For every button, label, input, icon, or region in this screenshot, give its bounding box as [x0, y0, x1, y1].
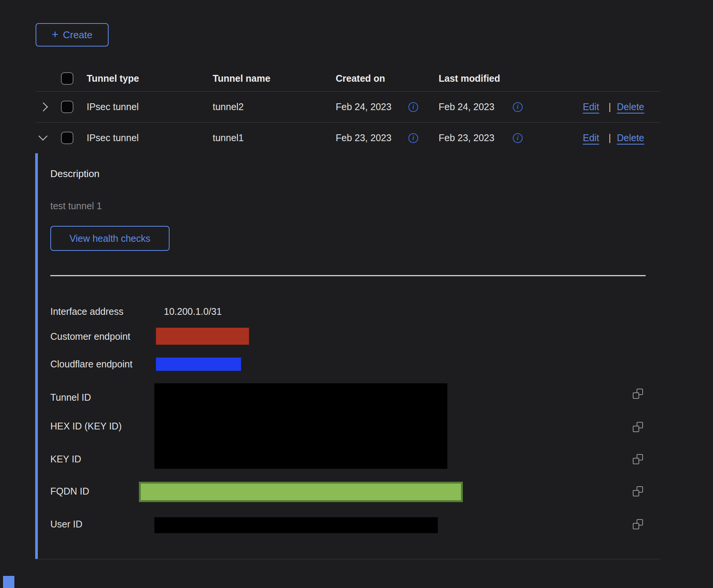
edit-link[interactable]: Edit [583, 133, 599, 143]
tunnel-id-label: Tunnel ID [50, 392, 91, 403]
plus-icon: + [52, 29, 59, 40]
expanded-panel-accent-border [35, 153, 38, 559]
key-id-label: KEY ID [50, 454, 81, 464]
expanded-panel-bottom-divider [35, 559, 660, 559]
view-health-checks-button[interactable]: View health checks [50, 226, 170, 251]
select-all-checkbox[interactable] [61, 72, 73, 85]
link-separator: | [609, 102, 611, 112]
customer-endpoint-redacted-value [156, 328, 249, 345]
interface-address-label: Interface address [50, 306, 123, 317]
last-modified-cell: Feb 24, 2023 [439, 102, 494, 112]
last-modified-cell: Feb 23, 2023 [439, 133, 494, 143]
copy-icon[interactable] [633, 389, 643, 399]
info-icon[interactable]: i [408, 133, 418, 143]
fqdn-id-redacted-value [139, 482, 463, 502]
create-button[interactable]: + Create [36, 23, 109, 47]
row-divider [35, 122, 660, 123]
user-id-label: User ID [50, 519, 83, 529]
ids-redacted-block [154, 383, 447, 469]
copy-icon[interactable] [633, 486, 643, 496]
description-heading: Description [50, 169, 100, 179]
create-button-label: Create [63, 29, 92, 41]
created-on-cell: Feb 23, 2023 [336, 133, 391, 143]
column-header-tunnel-name: Tunnel name [213, 73, 270, 84]
cloudflare-endpoint-label: Cloudflare endpoint [50, 359, 132, 369]
section-divider [50, 275, 646, 276]
copy-icon-front-square [633, 458, 639, 464]
delete-link[interactable]: Delete [617, 133, 644, 143]
link-separator: | [609, 133, 611, 143]
created-on-cell: Feb 24, 2023 [336, 102, 391, 112]
user-id-redacted-value [154, 517, 438, 533]
copy-icon[interactable] [633, 519, 643, 529]
column-header-last-modified: Last modified [439, 73, 500, 84]
row-checkbox[interactable] [61, 132, 73, 144]
column-header-tunnel-type: Tunnel type [87, 73, 139, 84]
bottom-left-accent-bar [3, 576, 14, 588]
fqdn-id-label: FQDN ID [50, 486, 89, 496]
column-header-created-on: Created on [336, 73, 385, 84]
row-checkbox[interactable] [61, 101, 73, 113]
description-value: test tunnel 1 [50, 201, 102, 211]
tunnel-name-cell: tunnel1 [213, 133, 244, 143]
interface-address-value: 10.200.1.0/31 [164, 306, 222, 317]
edit-link[interactable]: Edit [583, 102, 599, 112]
tunnel-name-cell: tunnel2 [213, 102, 244, 112]
copy-icon-front-square [633, 490, 639, 496]
copy-icon-front-square [633, 426, 639, 432]
tunnel-type-cell: IPsec tunnel [87, 102, 139, 112]
header-divider [35, 91, 660, 92]
tunnel-type-cell: IPsec tunnel [87, 133, 139, 143]
info-icon[interactable]: i [513, 102, 523, 112]
info-icon[interactable]: i [513, 133, 523, 143]
customer-endpoint-label: Customer endpoint [50, 331, 130, 342]
delete-link[interactable]: Delete [617, 102, 644, 112]
copy-icon[interactable] [633, 422, 643, 432]
copy-icon-front-square [633, 392, 639, 399]
info-icon[interactable]: i [408, 102, 418, 112]
chevron-down-icon[interactable] [38, 131, 47, 140]
chevron-right-icon[interactable] [39, 102, 48, 111]
copy-icon[interactable] [633, 454, 643, 464]
copy-icon-front-square [633, 523, 639, 529]
hex-id-label: HEX ID (KEY ID) [50, 421, 121, 431]
cloudflare-endpoint-redacted-value [156, 358, 241, 371]
